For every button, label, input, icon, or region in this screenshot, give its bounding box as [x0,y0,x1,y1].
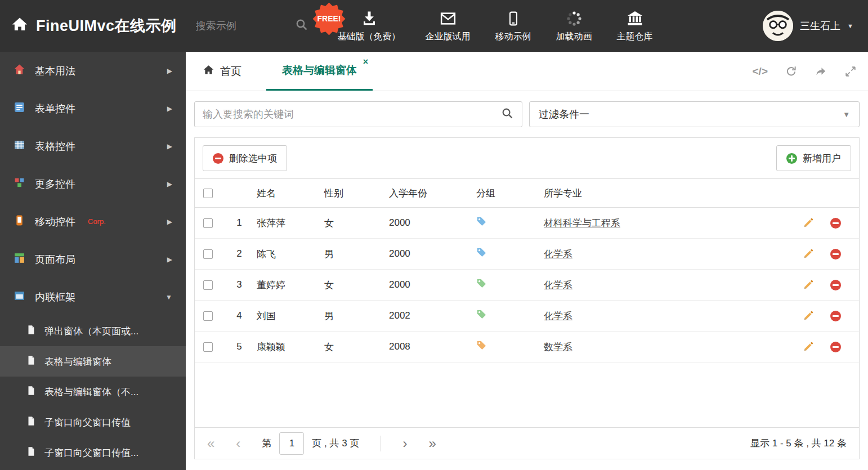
brand[interactable]: FineUIMvc在线示例 [0,16,177,36]
sidebar-item-more-controls[interactable]: 更多控件 ▶ [0,165,186,203]
filter-dropdown[interactable]: 过滤条件一 ▼ [529,101,860,127]
expand-icon[interactable] [844,65,857,78]
sidebar-subitem-grid-edit-window[interactable]: 表格与编辑窗体 [0,346,186,377]
edit-icon[interactable] [802,310,815,322]
chevron-down-icon: ▼ [165,293,172,301]
tab-bar: 首页 表格与编辑窗体 × </> [186,52,868,91]
nav-item-theme-store[interactable]: 主题仓库 [617,9,653,43]
prev-page-button[interactable]: ‹ [236,437,240,450]
chevron-right-icon: ▶ [167,142,172,150]
add-user-button[interactable]: 新增用户 [776,145,851,171]
cell-name: 刘国 [257,310,324,323]
delete-icon[interactable] [830,218,841,229]
close-icon[interactable]: × [363,57,368,67]
row-checkbox[interactable] [203,218,213,228]
nav-item-mobile-demo[interactable]: 移动示例 [495,9,531,43]
row-checkbox[interactable] [203,249,213,259]
sidebar-subitem-child-to-parent-2[interactable]: 子窗口向父窗口传值... [0,437,186,468]
major-link[interactable]: 化学系 [544,280,572,290]
minus-circle-icon [213,153,223,164]
delete-icon[interactable] [830,311,841,321]
grid-search-input[interactable] [203,109,501,120]
download-icon [361,9,378,27]
sidebar-item-form-controls[interactable]: 表单控件 ▶ [0,89,186,127]
spinner-icon [566,9,583,27]
sidebar-item-basic-usage[interactable]: 基本用法 ▶ [0,52,186,89]
delete-icon[interactable] [830,249,841,259]
delete-icon[interactable] [830,280,841,290]
sidebar-subitem-popup-window[interactable]: 弹出窗体（本页面或... [0,316,186,346]
row-checkbox[interactable] [203,280,213,290]
edit-icon[interactable] [802,341,815,353]
sidebar-item-mobile-controls[interactable]: 移动控件 Corp. ▶ [0,203,186,240]
cell-gender: 女 [324,341,389,353]
sidebar-item-page-layout[interactable]: 页面布局 ▶ [0,240,186,278]
column-header-gender[interactable]: 性别 [324,187,389,200]
nav-item-basic-free[interactable]: FREE! 基础版（免费） [338,9,401,43]
mobile-icon [506,9,521,27]
file-icon [26,325,36,338]
home-icon [203,64,214,79]
refresh-icon[interactable] [785,65,798,78]
nav-item-loading-animation[interactable]: 加载动画 [556,9,592,43]
cell-gender: 男 [324,310,389,323]
code-icon[interactable]: </> [753,65,768,78]
sidebar-item-iframe[interactable]: 内联框架 ▼ [0,278,186,316]
bank-icon [627,9,643,27]
row-checkbox[interactable] [203,342,213,352]
select-all-checkbox[interactable] [203,189,213,198]
chevron-right-icon: ▶ [167,256,172,263]
table-icon [14,139,25,154]
tag-icon [476,340,487,351]
sidebar-item-grid-controls[interactable]: 表格控件 ▶ [0,127,186,165]
sidebar-subitem-label: 子窗口向父窗口传值 [44,416,131,429]
edit-icon[interactable] [802,248,815,260]
grid-panel: 删除选中项 新增用户 姓名 性别 入学年份 分组 所学专业 1 [194,137,860,459]
cell-name: 董婷婷 [257,279,324,292]
form-icon [14,101,25,116]
chevron-right-icon: ▶ [167,67,172,75]
header-search [196,18,308,34]
sidebar-subitem-child-to-parent[interactable]: 子窗口向父窗口传值 [0,407,186,437]
sidebar: 基本用法 ▶ 表单控件 ▶ 表格控件 ▶ 更多控件 ▶ 移动控件 Corp. ▶… [0,52,186,470]
cell-year: 2000 [389,279,476,290]
row-checkbox[interactable] [203,311,213,321]
nav-label: 主题仓库 [617,31,653,43]
pagination-bar: « ‹ 第 页 , 共 3 页 › » 显示 1 - 5 条 , 共 12 条 [195,427,859,459]
major-link[interactable]: 数学系 [544,342,572,352]
table-row: 5 康颖颖 女 2008 数学系 [195,332,859,362]
file-icon [26,446,36,459]
major-link[interactable]: 化学系 [544,311,572,321]
page-suffix: 页 , 共 3 页 [312,437,359,450]
search-icon[interactable] [501,107,514,122]
header-search-input[interactable] [196,20,269,32]
row-index: 3 [222,279,257,290]
page-number-input[interactable] [279,432,304,455]
cubes-icon [14,177,25,191]
share-icon[interactable] [815,65,827,78]
major-link[interactable]: 化学系 [544,249,572,259]
home-icon [11,16,28,35]
last-page-button[interactable]: » [428,437,436,450]
top-header: FineUIMvc在线示例 FREE! 基础版（免费） 企业版试用 [0,0,868,52]
edit-icon[interactable] [802,279,815,291]
column-header-name[interactable]: 姓名 [257,187,324,200]
divider [381,436,381,451]
sidebar-subitem-grid-edit-window-2[interactable]: 表格与编辑窗体（不... [0,377,186,407]
edit-icon[interactable] [802,217,815,229]
column-header-major[interactable]: 所学专业 [544,187,791,200]
search-icon[interactable] [295,18,308,34]
first-page-button[interactable]: « [207,437,214,450]
delete-icon[interactable] [830,342,841,352]
tab-home[interactable]: 首页 [203,52,241,91]
delete-selected-button[interactable]: 删除选中项 [203,145,287,171]
nav-item-enterprise-trial[interactable]: 企业版试用 [426,9,471,43]
record-summary: 显示 1 - 5 条 , 共 12 条 [750,437,847,450]
chevron-right-icon: ▶ [167,180,172,188]
column-header-year[interactable]: 入学年份 [389,187,476,200]
tab-grid-edit-window[interactable]: 表格与编辑窗体 × [266,52,373,91]
user-menu[interactable]: 三生石上 ▼ [763,11,868,41]
next-page-button[interactable]: › [402,437,407,450]
column-header-group[interactable]: 分组 [476,187,544,200]
major-link[interactable]: 材料科学与工程系 [544,218,620,229]
